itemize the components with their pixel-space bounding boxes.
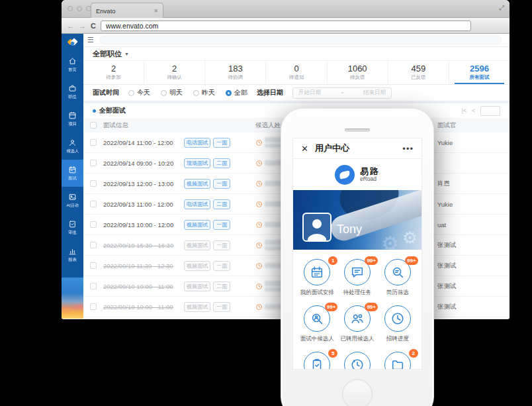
grid-item-简历筛选[interactable]: 99+简历筛选	[377, 259, 418, 297]
window-controls[interactable]	[67, 6, 91, 11]
radio-dot[interactable]	[128, 90, 134, 96]
radio-今天[interactable]: 今天	[128, 88, 150, 97]
grid-item-待处理任务[interactable]: 99+待处理任务	[337, 259, 378, 297]
browser-tab[interactable]: Envato ✕	[91, 3, 163, 18]
home-button[interactable]	[342, 379, 373, 406]
grid-item-招聘进度[interactable]: 招聘进度	[377, 305, 418, 343]
pending-clock-icon	[255, 283, 263, 290]
stat-tab-所有面试[interactable]: 2596所有面试	[449, 61, 510, 84]
feature-grid: 1我的面试安排99+待处理任务99+简历筛选99+面试中候选人99+已聘用候选人…	[293, 250, 421, 370]
sidebar-item-1[interactable]: 首页	[62, 51, 83, 78]
refresh-icon[interactable]: C	[91, 22, 96, 30]
sidebar-item-label: 报表	[68, 257, 76, 263]
stat-tab-待通知[interactable]: 0待通知	[266, 61, 327, 84]
my-interviews-icon	[310, 265, 324, 279]
job-filter-dropdown[interactable]: 全部职位	[93, 49, 122, 59]
grid-item-面试中候选人[interactable]: 99+面试中候选人	[297, 305, 337, 343]
user-banner: ⚙ ⚙ Tony	[293, 190, 421, 250]
col-interview-info: 面试信息	[103, 121, 255, 130]
interviewer-cell: 张测试	[437, 262, 510, 270]
row-checkbox[interactable]	[90, 160, 97, 166]
interview-type-badge: 视频面试	[184, 281, 210, 291]
sidebar-item-3[interactable]: 项目	[62, 105, 83, 132]
settings-gear-icon[interactable]: ⚙	[402, 228, 418, 248]
tab-close-icon[interactable]: ✕	[154, 8, 158, 14]
hired-candidates-icon	[350, 311, 365, 326]
grid-item-操作历史[interactable]: 操作历史	[337, 352, 378, 370]
sidebar-item-7[interactable]: 审批	[62, 214, 83, 241]
grid-item-已聘用候选人[interactable]: 99+已聘用候选人	[337, 305, 378, 343]
project-icon	[68, 111, 77, 120]
pending-clock-icon	[255, 160, 263, 167]
forward-icon[interactable]: →	[79, 22, 86, 30]
radio-全部[interactable]: 全部	[226, 88, 247, 97]
pending-tasks-icon	[350, 265, 365, 279]
prev-page-icon[interactable]: <	[472, 107, 475, 114]
close-icon[interactable]: ✕	[301, 144, 308, 154]
radio-dot[interactable]	[226, 90, 232, 96]
stat-tab-待参加[interactable]: 2待参加	[83, 61, 144, 84]
grid-item-收藏夹[interactable]: 2收藏夹	[377, 352, 418, 370]
sidebar-item-label: 项目	[68, 121, 76, 127]
radio-dot[interactable]	[161, 90, 167, 96]
date-select-label: 选择日期	[257, 88, 283, 97]
sidebar-item-8[interactable]: 报表	[62, 241, 83, 268]
url-bar[interactable]: www.envato.com	[101, 21, 471, 31]
radio-明天[interactable]: 明天	[161, 88, 183, 97]
count-badge: 1	[328, 256, 337, 265]
stat-label: 待协调	[228, 74, 244, 81]
stat-label: 待反馈	[350, 74, 365, 81]
approval-icon	[68, 220, 77, 228]
date-range-input[interactable]: 开始日期 ~ 结束日期	[292, 87, 392, 99]
row-checkbox[interactable]	[90, 221, 97, 228]
top-search-bar[interactable]	[99, 36, 502, 44]
interview-datetime: 2022/09/14 11:00 - 12:00	[103, 139, 181, 146]
stat-tab-待确认[interactable]: 2待确认	[144, 61, 205, 84]
sidebar-item-6[interactable]: AI活动	[62, 187, 83, 214]
minimize-window-icon[interactable]	[77, 6, 82, 11]
row-checkbox[interactable]	[90, 139, 97, 146]
interview-datetime: 2022/09/10 11:30 - 12:30	[103, 262, 181, 270]
first-page-icon[interactable]: |<	[462, 107, 466, 114]
select-all-checkbox[interactable]	[90, 122, 97, 128]
expand-icon[interactable]: ⤢	[499, 4, 504, 12]
stats-bar: 2待参加2待确认183待协调0待通知1060待反馈459已反馈2596所有面试	[83, 61, 510, 85]
sidebar-item-2[interactable]: 职位	[62, 78, 83, 105]
row-checkbox[interactable]	[90, 303, 97, 310]
sidebar-item-label: 面试	[68, 176, 76, 181]
row-checkbox[interactable]	[90, 242, 97, 248]
stat-value: 459	[411, 64, 425, 74]
avatar[interactable]	[302, 213, 332, 242]
end-date-placeholder: 结束日期	[363, 89, 386, 97]
grid-item-满意度调查[interactable]: 5满意度调查	[297, 352, 337, 370]
grid-item-我的面试安排[interactable]: 1我的面试安排	[297, 259, 337, 297]
page-input[interactable]	[480, 106, 500, 116]
row-checkbox[interactable]	[90, 180, 97, 187]
sidebar-item-5[interactable]: 面试	[62, 160, 83, 187]
back-icon[interactable]: ←	[67, 22, 74, 30]
interview-round-badge: 二面	[213, 158, 230, 168]
close-window-icon[interactable]	[67, 6, 73, 11]
row-checkbox[interactable]	[90, 201, 97, 207]
count-badge: 99+	[365, 303, 378, 311]
sidebar-item-4[interactable]: 候选人	[62, 132, 83, 160]
grid-item-label: 简历筛选	[386, 289, 409, 297]
radio-label: 全部	[234, 88, 247, 97]
stat-tab-待反馈[interactable]: 1060待反馈	[328, 61, 388, 84]
radio-dot[interactable]	[193, 90, 199, 96]
row-checkbox[interactable]	[90, 262, 97, 269]
section-dot	[93, 109, 96, 113]
recruiting-progress-icon	[390, 311, 405, 326]
interview-round-badge: 一面	[213, 138, 230, 148]
sidebar-item-label: 职位	[68, 94, 76, 100]
radio-昨天[interactable]: 昨天	[193, 88, 215, 97]
interview-round-badge: 二面	[213, 199, 230, 209]
eroad-logo	[62, 34, 83, 51]
more-menu-icon[interactable]: •••	[402, 144, 414, 154]
row-checkbox[interactable]	[90, 283, 97, 289]
stat-tab-已反馈[interactable]: 459已反馈	[388, 61, 449, 84]
interviewer-name: 张测试	[437, 303, 457, 310]
stat-tab-待协调[interactable]: 183待协调	[205, 61, 266, 84]
menu-fold-icon[interactable]: ☰	[87, 36, 94, 44]
brand-name: 易路	[360, 167, 380, 176]
